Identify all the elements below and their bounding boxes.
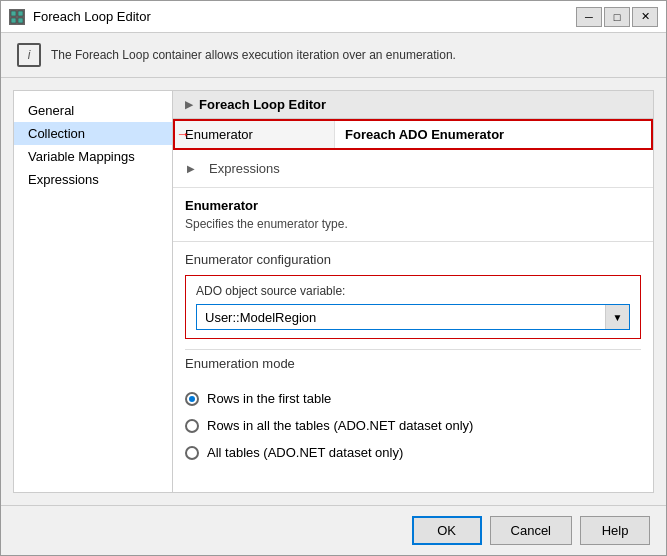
info-icon: i	[17, 43, 41, 67]
dropdown-arrow-icon[interactable]: ▼	[605, 305, 629, 329]
main-content: General Collection → Variable Mappings E…	[1, 78, 666, 505]
ado-label: ADO object source variable:	[196, 284, 630, 298]
ado-config-group: ADO object source variable: User::ModelR…	[185, 275, 641, 339]
expressions-label: Expressions	[199, 155, 290, 182]
app-icon	[9, 9, 25, 25]
title-bar-controls: ─ □ ✕	[576, 7, 658, 27]
panel-header-arrow: ▶	[185, 99, 193, 110]
sidebar-item-general[interactable]: General	[14, 99, 172, 122]
radio-option-1[interactable]: Rows in all the tables (ADO.NET dataset …	[185, 412, 641, 439]
info-text: The Foreach Loop container allows execut…	[51, 48, 456, 62]
title-bar: Foreach Loop Editor ─ □ ✕	[1, 1, 666, 33]
description-title: Enumerator	[185, 198, 641, 213]
enumerator-row[interactable]: Enumerator Foreach ADO Enumerator	[175, 121, 651, 148]
footer: OK Cancel Help	[1, 505, 666, 555]
panel-header-title: Foreach Loop Editor	[199, 97, 326, 112]
radio-option-0[interactable]: Rows in the first table	[185, 385, 641, 412]
sidebar-item-collection[interactable]: Collection →	[14, 122, 172, 145]
maximize-icon: □	[614, 11, 621, 23]
radio-label-2: All tables (ADO.NET dataset only)	[207, 445, 403, 460]
expand-arrow: ▶	[183, 155, 199, 182]
description-section: Enumerator Specifies the enumerator type…	[173, 188, 653, 242]
panel-header: ▶ Foreach Loop Editor	[173, 91, 653, 119]
radio-input-0[interactable]	[185, 392, 199, 406]
enumerator-value: Foreach ADO Enumerator	[335, 121, 651, 148]
sidebar: General Collection → Variable Mappings E…	[13, 90, 173, 493]
ado-dropdown[interactable]: User::ModelRegion ▼	[196, 304, 630, 330]
close-icon: ✕	[641, 10, 650, 23]
sidebar-item-expressions[interactable]: Expressions	[14, 168, 172, 191]
radio-input-1[interactable]	[185, 419, 199, 433]
maximize-button[interactable]: □	[604, 7, 630, 27]
svg-rect-1	[18, 11, 23, 16]
radio-label-1: Rows in all the tables (ADO.NET dataset …	[207, 418, 473, 433]
cancel-button[interactable]: Cancel	[490, 516, 572, 545]
svg-rect-0	[11, 11, 16, 16]
spacer	[173, 155, 183, 182]
expressions-row[interactable]: ▶ Expressions	[173, 150, 653, 188]
info-bar: i The Foreach Loop container allows exec…	[1, 33, 666, 78]
enumerator-row-wrapper: Enumerator Foreach ADO Enumerator	[173, 119, 653, 150]
config-section-title: Enumerator configuration	[185, 252, 641, 267]
enumeration-mode-title: Enumeration mode	[185, 349, 641, 375]
close-button[interactable]: ✕	[632, 7, 658, 27]
window: Foreach Loop Editor ─ □ ✕ i The Foreach …	[0, 0, 667, 556]
minimize-button[interactable]: ─	[576, 7, 602, 27]
ok-button[interactable]: OK	[412, 516, 482, 545]
svg-rect-2	[11, 18, 16, 23]
radio-input-2[interactable]	[185, 446, 199, 460]
radio-option-2[interactable]: All tables (ADO.NET dataset only)	[185, 439, 641, 466]
window-title: Foreach Loop Editor	[33, 9, 151, 24]
minimize-icon: ─	[585, 11, 593, 23]
ado-dropdown-value: User::ModelRegion	[197, 306, 605, 329]
radio-label-0: Rows in the first table	[207, 391, 331, 406]
help-button[interactable]: Help	[580, 516, 650, 545]
sidebar-item-variable-mappings[interactable]: Variable Mappings	[14, 145, 172, 168]
enumerator-label: Enumerator	[175, 121, 335, 148]
description-text: Specifies the enumerator type.	[185, 217, 641, 231]
config-section: Enumerator configuration ADO object sour…	[173, 242, 653, 476]
enumeration-mode-section: Enumeration mode Rows in the first table…	[185, 349, 641, 466]
right-panel: ▶ Foreach Loop Editor Enumerator Foreach…	[173, 90, 654, 493]
title-bar-left: Foreach Loop Editor	[9, 9, 151, 25]
selection-arrow: →	[176, 126, 190, 142]
panel-body: Enumerator Foreach ADO Enumerator ▶ Expr…	[173, 119, 653, 492]
svg-rect-3	[18, 18, 23, 23]
